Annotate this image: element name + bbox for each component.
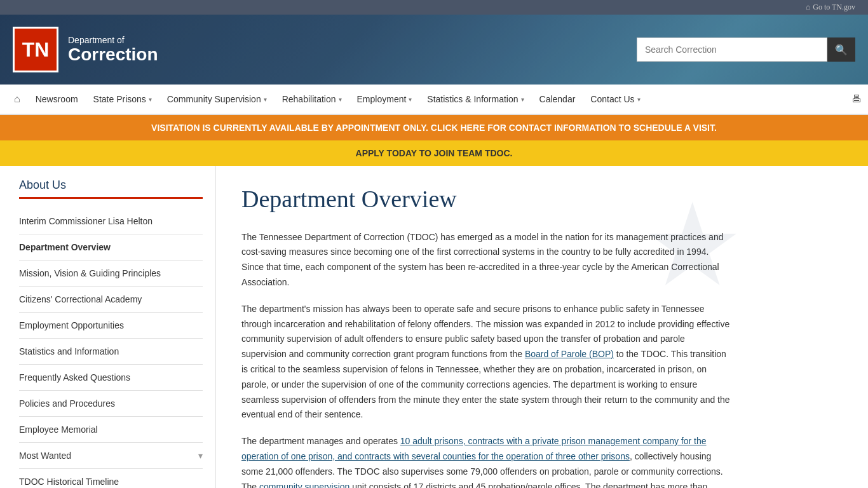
nav-rehabilitation[interactable]: Rehabilitation ▾ (275, 84, 349, 114)
chevron-down-icon: ▾ (198, 451, 203, 461)
apply-banner[interactable]: APPLY TODAY TO JOIN TEAM TDOC. (0, 140, 868, 166)
sidebar-item-most-wanted: Most Wanted ▾ (19, 443, 203, 469)
apply-banner-text: APPLY TODAY TO JOIN TEAM TDOC. (356, 148, 513, 158)
sidebar-item-label: Most Wanted (19, 451, 71, 461)
sidebar-divider (19, 197, 203, 199)
chevron-down-icon: ▾ (264, 96, 267, 103)
sidebar-item-label: Mission, Vision & Guiding Principles (19, 268, 161, 278)
sidebar-link-policies[interactable]: Policies and Procedures (19, 391, 203, 416)
bop-link[interactable]: Board of Parole (BOP) (525, 349, 614, 359)
sidebar-item-label: Employee Memorial (19, 424, 98, 435)
sidebar-link-overview[interactable]: Department Overview (19, 234, 203, 260)
sidebar-link-memorial[interactable]: Employee Memorial (19, 417, 203, 442)
nav-employment[interactable]: Employment ▾ (349, 84, 420, 114)
top-bar: ⌂ Go to TN.gov (0, 0, 868, 15)
content-wrapper: About Us Interim Commissioner Lisa Helto… (0, 166, 868, 488)
nav-calendar-label: Calendar (539, 94, 576, 104)
sidebar-link-historical-timeline[interactable]: TDOC Historical Timeline (19, 469, 203, 488)
nav-contact-us[interactable]: Contact Us ▾ (583, 84, 648, 114)
dept-of-label: Department of (68, 35, 158, 45)
chevron-down-icon: ▾ (339, 96, 342, 103)
sidebar-item-employment: Employment Opportunities (19, 313, 203, 339)
sidebar-item-label: Frequently Asked Questions (19, 372, 130, 383)
sidebar-item-label: Employment Opportunities (19, 320, 124, 330)
nav-employment-label: Employment (357, 94, 407, 104)
search-button[interactable]: 🔍 (827, 37, 855, 62)
sidebar-item-academy: Citizens' Correctional Academy (19, 287, 203, 313)
visitation-banner[interactable]: VISITATION IS CURRENTLY AVAILABLE BY APP… (0, 115, 868, 140)
nav-state-prisons[interactable]: State Prisons ▾ (86, 84, 159, 114)
sidebar-item-label: Department Overview (19, 242, 111, 252)
sidebar-item-label: Policies and Procedures (19, 398, 115, 409)
sidebar-link-statistics[interactable]: Statistics and Information (19, 339, 203, 364)
nav-community-supervision-label: Community Supervision (167, 94, 261, 104)
sidebar-menu: Interim Commissioner Lisa Helton Departm… (19, 208, 203, 488)
logo-area: TN Department of Correction (13, 27, 158, 72)
home-nav-icon: ⌂ (14, 93, 20, 105)
page-title: Department Overview (241, 185, 731, 214)
nav-newsroom[interactable]: Newsroom (28, 84, 86, 114)
paragraph-3: The department manages and operates 10 a… (241, 434, 731, 488)
search-area: 🔍 (637, 37, 855, 62)
chevron-down-icon: ▾ (637, 96, 641, 103)
correction-label: Correction (68, 45, 158, 65)
print-icon[interactable]: 🖶 (851, 93, 862, 105)
dept-name: Department of Correction (68, 35, 158, 65)
sidebar-title: About Us (19, 179, 203, 192)
home-icon: ⌂ (806, 3, 810, 12)
sidebar-link-employment[interactable]: Employment Opportunities (19, 313, 203, 338)
sidebar-link-commissioner[interactable]: Interim Commissioner Lisa Helton (19, 208, 203, 234)
nav-rehabilitation-label: Rehabilitation (282, 94, 336, 104)
community-supervision-link[interactable]: community supervision (259, 482, 349, 488)
sidebar-item-overview: Department Overview (19, 234, 203, 261)
main-content: ★ Department Overview The Tennessee Depa… (216, 166, 756, 488)
sidebar-item-faq: Frequently Asked Questions (19, 365, 203, 391)
chevron-down-icon: ▾ (521, 96, 524, 103)
site-header: TN Department of Correction 🔍 (0, 15, 868, 85)
visitation-banner-text: VISITATION IS CURRENTLY AVAILABLE BY APP… (151, 123, 717, 133)
sidebar-item-label: TDOC Historical Timeline (19, 477, 119, 487)
sidebar-link-most-wanted[interactable]: Most Wanted ▾ (19, 443, 203, 468)
search-input[interactable] (637, 37, 827, 62)
nav-calendar[interactable]: Calendar (532, 84, 583, 114)
sidebar-link-mission[interactable]: Mission, Vision & Guiding Principles (19, 261, 203, 286)
nav-statistics-label: Statistics & Information (427, 94, 518, 104)
sidebar-item-policies: Policies and Procedures (19, 391, 203, 417)
go-to-tn-link[interactable]: ⌂ Go to TN.gov (806, 3, 855, 12)
sidebar: About Us Interim Commissioner Lisa Helto… (0, 166, 216, 488)
paragraph-2: The department's mission has always been… (241, 302, 731, 423)
chevron-down-icon: ▾ (149, 96, 152, 103)
sidebar-item-mission: Mission, Vision & Guiding Principles (19, 261, 203, 287)
search-box: 🔍 (637, 37, 855, 62)
prisons-link[interactable]: 10 adult prisons, contracts with a priva… (241, 436, 707, 461)
nav-newsroom-label: Newsroom (36, 94, 78, 104)
sidebar-item-historical-timeline: TDOC Historical Timeline (19, 469, 203, 488)
go-to-tn-text: Go to TN.gov (813, 3, 855, 12)
paragraph-1: The Tennessee Department of Correction (… (241, 230, 731, 290)
sidebar-item-label: Statistics and Information (19, 346, 119, 356)
nav-home[interactable]: ⌂ (6, 84, 28, 114)
main-nav: ⌂ Newsroom State Prisons ▾ Community Sup… (0, 85, 868, 115)
nav-statistics[interactable]: Statistics & Information ▾ (419, 84, 531, 114)
tn-logo: TN (13, 27, 58, 72)
sidebar-item-memorial: Employee Memorial (19, 417, 203, 443)
nav-community-supervision[interactable]: Community Supervision ▾ (159, 84, 275, 114)
sidebar-item-statistics: Statistics and Information (19, 339, 203, 365)
chevron-down-icon: ▾ (409, 96, 412, 103)
sidebar-item-label: Interim Commissioner Lisa Helton (19, 216, 153, 226)
sidebar-item-label: Citizens' Correctional Academy (19, 294, 142, 304)
sidebar-link-academy[interactable]: Citizens' Correctional Academy (19, 287, 203, 312)
nav-state-prisons-label: State Prisons (93, 94, 146, 104)
sidebar-link-faq[interactable]: Frequently Asked Questions (19, 365, 203, 390)
sidebar-item-commissioner: Interim Commissioner Lisa Helton (19, 208, 203, 234)
nav-contact-us-label: Contact Us (590, 94, 634, 104)
